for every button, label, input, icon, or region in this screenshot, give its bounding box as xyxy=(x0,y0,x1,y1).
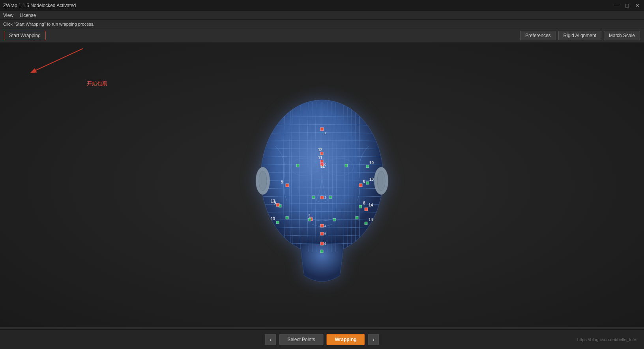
select-points-button[interactable]: Select Points xyxy=(279,334,323,345)
preferences-button[interactable]: Preferences xyxy=(520,31,556,40)
svg-point-9 xyxy=(377,171,385,191)
svg-text:5: 5 xyxy=(324,232,326,236)
svg-rect-32 xyxy=(356,216,358,219)
svg-rect-18 xyxy=(320,224,324,227)
svg-text:11: 11 xyxy=(320,164,325,169)
svg-rect-12 xyxy=(320,128,324,131)
svg-rect-57 xyxy=(365,222,367,225)
svg-rect-31 xyxy=(286,216,288,219)
app-title: ZWrap 1.1.5 Nodelocked Activated xyxy=(3,3,76,8)
svg-text:2: 2 xyxy=(324,195,326,199)
svg-text:8: 8 xyxy=(363,179,365,184)
svg-rect-53 xyxy=(276,203,279,206)
svg-text:10: 10 xyxy=(369,177,374,182)
svg-rect-29 xyxy=(333,218,336,221)
window-controls[interactable]: — □ ✕ xyxy=(613,2,641,9)
title-bar: ZWrap 1.1.5 Nodelocked Activated — □ ✕ xyxy=(0,0,644,11)
svg-rect-48 xyxy=(320,160,323,163)
svg-text:11: 11 xyxy=(318,156,323,160)
svg-rect-55 xyxy=(365,208,368,211)
menu-license[interactable]: License xyxy=(20,13,36,18)
svg-rect-27 xyxy=(329,196,332,199)
svg-rect-42 xyxy=(366,165,369,168)
next-step-button[interactable]: › xyxy=(368,334,379,345)
svg-text:1: 1 xyxy=(324,131,326,135)
annotation-chinese-text: 开始包裹 xyxy=(87,80,107,87)
svg-text:4: 4 xyxy=(324,224,326,228)
toolbar: Start Wrapping Preferences Rigid Alignme… xyxy=(0,28,644,43)
svg-text:10: 10 xyxy=(369,161,374,165)
bottom-bar: ‹ Select Points Wrapping › https://blog.… xyxy=(0,329,644,349)
svg-rect-14 xyxy=(320,196,324,199)
svg-rect-34 xyxy=(359,184,362,187)
svg-rect-20 xyxy=(320,232,324,235)
svg-rect-44 xyxy=(366,182,369,184)
start-wrapping-button[interactable]: Start Wrapping xyxy=(4,31,46,40)
toolbar-right: Preferences Rigid Alignment Match Scale xyxy=(520,31,640,40)
svg-text:8: 8 xyxy=(363,201,365,205)
svg-rect-38 xyxy=(286,184,289,187)
head-model: 0 1 2 3 4 5 6 xyxy=(223,86,421,283)
svg-rect-22 xyxy=(320,242,324,245)
svg-text:9: 9 xyxy=(281,180,283,184)
svg-rect-51 xyxy=(276,221,279,224)
wrapping-button[interactable]: Wrapping xyxy=(326,334,365,345)
match-scale-button[interactable]: Match Scale xyxy=(604,31,640,40)
rigid-alignment-button[interactable]: Rigid Alignment xyxy=(558,31,601,40)
svg-rect-30 xyxy=(320,250,323,253)
svg-text:6: 6 xyxy=(324,242,326,246)
viewport[interactable]: 开始包裹 xyxy=(0,43,644,327)
svg-text:12: 12 xyxy=(318,148,323,152)
info-text: Click "Start Wrapping" to run wrapping p… xyxy=(3,22,94,26)
svg-text:14: 14 xyxy=(369,203,373,207)
close-button[interactable]: ✕ xyxy=(634,2,641,9)
svg-point-7 xyxy=(259,171,267,191)
svg-rect-28 xyxy=(308,218,311,221)
info-bar: Click "Start Wrapping" to run wrapping p… xyxy=(0,20,644,28)
url-watermark: https://blog.csdn.net/belle_tute xyxy=(577,337,636,342)
annotation-arrow xyxy=(12,45,99,84)
svg-text:13: 13 xyxy=(271,217,275,221)
minimize-button[interactable]: — xyxy=(613,2,620,9)
menu-bar: View License xyxy=(0,11,644,20)
svg-text:14: 14 xyxy=(369,218,373,222)
maximize-button[interactable]: □ xyxy=(623,2,631,9)
svg-rect-26 xyxy=(312,196,315,199)
svg-text:3: 3 xyxy=(308,213,310,217)
svg-rect-25 xyxy=(345,164,348,167)
svg-rect-46 xyxy=(320,152,323,155)
bottom-navigation: ‹ Select Points Wrapping › xyxy=(265,334,379,345)
svg-text:13: 13 xyxy=(271,199,275,203)
svg-rect-36 xyxy=(359,205,362,208)
svg-line-1 xyxy=(32,49,83,72)
menu-view[interactable]: View xyxy=(3,13,13,18)
toolbar-left: Start Wrapping xyxy=(4,31,46,40)
prev-step-button[interactable]: ‹ xyxy=(265,334,276,345)
svg-rect-24 xyxy=(296,164,299,167)
